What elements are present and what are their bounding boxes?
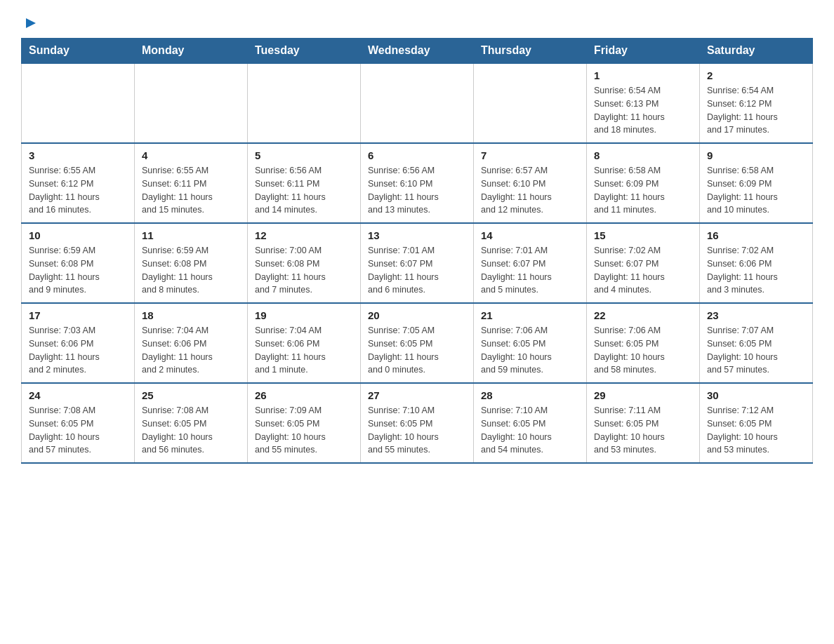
calendar-cell: 14Sunrise: 7:01 AMSunset: 6:07 PMDayligh… — [474, 223, 587, 303]
day-number: 4 — [142, 149, 240, 161]
calendar-row-3: 10Sunrise: 6:59 AMSunset: 6:08 PMDayligh… — [22, 223, 813, 303]
day-number: 28 — [481, 389, 579, 401]
day-info: Sunrise: 7:04 AMSunset: 6:06 PMDaylight:… — [255, 324, 353, 377]
logo — [21, 14, 39, 31]
day-info: Sunrise: 7:08 AMSunset: 6:05 PMDaylight:… — [29, 404, 127, 457]
day-number: 13 — [368, 229, 466, 241]
calendar-cell: 23Sunrise: 7:07 AMSunset: 6:05 PMDayligh… — [700, 303, 813, 383]
day-info: Sunrise: 6:57 AMSunset: 6:10 PMDaylight:… — [481, 164, 579, 217]
calendar-cell: 6Sunrise: 6:56 AMSunset: 6:10 PMDaylight… — [361, 143, 474, 223]
weekday-header-saturday: Saturday — [700, 39, 813, 64]
day-info: Sunrise: 6:58 AMSunset: 6:09 PMDaylight:… — [707, 164, 805, 217]
calendar-cell: 24Sunrise: 7:08 AMSunset: 6:05 PMDayligh… — [22, 383, 135, 463]
calendar-cell: 20Sunrise: 7:05 AMSunset: 6:05 PMDayligh… — [361, 303, 474, 383]
day-info: Sunrise: 6:56 AMSunset: 6:11 PMDaylight:… — [255, 164, 353, 217]
day-info: Sunrise: 7:00 AMSunset: 6:08 PMDaylight:… — [255, 244, 353, 297]
day-info: Sunrise: 7:01 AMSunset: 6:07 PMDaylight:… — [368, 244, 466, 297]
day-info: Sunrise: 7:10 AMSunset: 6:05 PMDaylight:… — [481, 404, 579, 457]
calendar-cell: 19Sunrise: 7:04 AMSunset: 6:06 PMDayligh… — [248, 303, 361, 383]
day-number: 23 — [707, 309, 805, 321]
day-info: Sunrise: 7:04 AMSunset: 6:06 PMDaylight:… — [142, 324, 240, 377]
day-info: Sunrise: 7:03 AMSunset: 6:06 PMDaylight:… — [29, 324, 127, 377]
calendar-cell — [361, 63, 474, 143]
day-number: 22 — [594, 309, 692, 321]
day-info: Sunrise: 6:55 AMSunset: 6:11 PMDaylight:… — [142, 164, 240, 217]
day-number: 29 — [594, 389, 692, 401]
calendar-cell: 8Sunrise: 6:58 AMSunset: 6:09 PMDaylight… — [587, 143, 700, 223]
day-number: 20 — [368, 309, 466, 321]
day-number: 19 — [255, 309, 353, 321]
calendar-row-2: 3Sunrise: 6:55 AMSunset: 6:12 PMDaylight… — [22, 143, 813, 223]
day-number: 16 — [707, 229, 805, 241]
calendar-cell: 11Sunrise: 6:59 AMSunset: 6:08 PMDayligh… — [135, 223, 248, 303]
day-number: 12 — [255, 229, 353, 241]
calendar-cell: 27Sunrise: 7:10 AMSunset: 6:05 PMDayligh… — [361, 383, 474, 463]
day-number: 25 — [142, 389, 240, 401]
calendar-cell: 30Sunrise: 7:12 AMSunset: 6:05 PMDayligh… — [700, 383, 813, 463]
day-number: 27 — [368, 389, 466, 401]
weekday-header-monday: Monday — [135, 39, 248, 64]
calendar-cell: 9Sunrise: 6:58 AMSunset: 6:09 PMDaylight… — [700, 143, 813, 223]
calendar-cell: 26Sunrise: 7:09 AMSunset: 6:05 PMDayligh… — [248, 383, 361, 463]
calendar-cell — [135, 63, 248, 143]
day-number: 7 — [481, 149, 579, 161]
day-number: 3 — [29, 149, 127, 161]
weekday-header-tuesday: Tuesday — [248, 39, 361, 64]
day-number: 24 — [29, 389, 127, 401]
day-number: 15 — [594, 229, 692, 241]
day-number: 8 — [594, 149, 692, 161]
calendar-cell: 17Sunrise: 7:03 AMSunset: 6:06 PMDayligh… — [22, 303, 135, 383]
day-info: Sunrise: 7:02 AMSunset: 6:07 PMDaylight:… — [594, 244, 692, 297]
weekday-header-sunday: Sunday — [22, 39, 135, 64]
day-info: Sunrise: 7:05 AMSunset: 6:05 PMDaylight:… — [368, 324, 466, 377]
calendar-cell: 12Sunrise: 7:00 AMSunset: 6:08 PMDayligh… — [248, 223, 361, 303]
calendar-cell — [248, 63, 361, 143]
calendar-cell: 5Sunrise: 6:56 AMSunset: 6:11 PMDaylight… — [248, 143, 361, 223]
day-number: 30 — [707, 389, 805, 401]
day-info: Sunrise: 7:11 AMSunset: 6:05 PMDaylight:… — [594, 404, 692, 457]
calendar-cell: 21Sunrise: 7:06 AMSunset: 6:05 PMDayligh… — [474, 303, 587, 383]
calendar-cell: 25Sunrise: 7:08 AMSunset: 6:05 PMDayligh… — [135, 383, 248, 463]
calendar-row-4: 17Sunrise: 7:03 AMSunset: 6:06 PMDayligh… — [22, 303, 813, 383]
day-number: 9 — [707, 149, 805, 161]
day-number: 2 — [707, 69, 805, 81]
calendar-cell: 13Sunrise: 7:01 AMSunset: 6:07 PMDayligh… — [361, 223, 474, 303]
calendar-cell: 15Sunrise: 7:02 AMSunset: 6:07 PMDayligh… — [587, 223, 700, 303]
day-info: Sunrise: 6:54 AMSunset: 6:12 PMDaylight:… — [707, 84, 805, 137]
day-info: Sunrise: 7:02 AMSunset: 6:06 PMDaylight:… — [707, 244, 805, 297]
weekday-header-wednesday: Wednesday — [361, 39, 474, 64]
calendar-cell: 7Sunrise: 6:57 AMSunset: 6:10 PMDaylight… — [474, 143, 587, 223]
day-info: Sunrise: 6:59 AMSunset: 6:08 PMDaylight:… — [29, 244, 127, 297]
calendar-cell: 3Sunrise: 6:55 AMSunset: 6:12 PMDaylight… — [22, 143, 135, 223]
page-header — [21, 14, 813, 31]
day-info: Sunrise: 6:55 AMSunset: 6:12 PMDaylight:… — [29, 164, 127, 217]
day-info: Sunrise: 7:06 AMSunset: 6:05 PMDaylight:… — [594, 324, 692, 377]
day-info: Sunrise: 7:12 AMSunset: 6:05 PMDaylight:… — [707, 404, 805, 457]
calendar-cell: 22Sunrise: 7:06 AMSunset: 6:05 PMDayligh… — [587, 303, 700, 383]
day-info: Sunrise: 7:08 AMSunset: 6:05 PMDaylight:… — [142, 404, 240, 457]
calendar-row-5: 24Sunrise: 7:08 AMSunset: 6:05 PMDayligh… — [22, 383, 813, 463]
day-number: 21 — [481, 309, 579, 321]
day-number: 5 — [255, 149, 353, 161]
calendar-cell: 18Sunrise: 7:04 AMSunset: 6:06 PMDayligh… — [135, 303, 248, 383]
day-info: Sunrise: 7:09 AMSunset: 6:05 PMDaylight:… — [255, 404, 353, 457]
weekday-header-friday: Friday — [587, 39, 700, 64]
weekday-header-row: SundayMondayTuesdayWednesdayThursdayFrid… — [22, 39, 813, 64]
calendar-cell: 2Sunrise: 6:54 AMSunset: 6:12 PMDaylight… — [700, 63, 813, 143]
day-info: Sunrise: 7:07 AMSunset: 6:05 PMDaylight:… — [707, 324, 805, 377]
day-info: Sunrise: 7:10 AMSunset: 6:05 PMDaylight:… — [368, 404, 466, 457]
day-info: Sunrise: 6:59 AMSunset: 6:08 PMDaylight:… — [142, 244, 240, 297]
day-info: Sunrise: 6:58 AMSunset: 6:09 PMDaylight:… — [594, 164, 692, 217]
calendar-cell: 16Sunrise: 7:02 AMSunset: 6:06 PMDayligh… — [700, 223, 813, 303]
day-number: 10 — [29, 229, 127, 241]
day-info: Sunrise: 7:01 AMSunset: 6:07 PMDaylight:… — [481, 244, 579, 297]
calendar-cell — [22, 63, 135, 143]
calendar-cell: 1Sunrise: 6:54 AMSunset: 6:13 PMDaylight… — [587, 63, 700, 143]
day-info: Sunrise: 7:06 AMSunset: 6:05 PMDaylight:… — [481, 324, 579, 377]
day-info: Sunrise: 6:54 AMSunset: 6:13 PMDaylight:… — [594, 84, 692, 137]
day-number: 1 — [594, 69, 692, 81]
day-number: 14 — [481, 229, 579, 241]
day-number: 26 — [255, 389, 353, 401]
calendar-cell — [474, 63, 587, 143]
calendar-table: SundayMondayTuesdayWednesdayThursdayFrid… — [21, 38, 813, 464]
